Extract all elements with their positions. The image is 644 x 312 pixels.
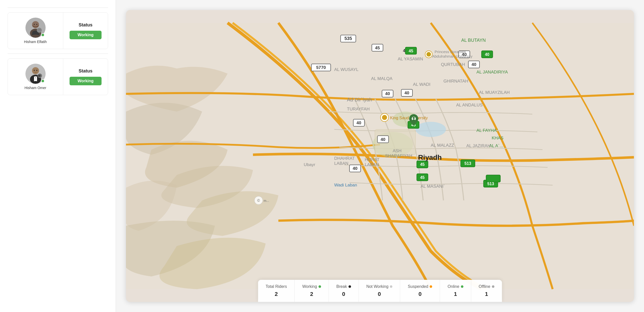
divider-top [8, 8, 108, 8]
svg-rect-12 [38, 75, 41, 77]
svg-text:45: 45 [409, 49, 413, 53]
svg-text:45: 45 [375, 45, 380, 50]
stat-label-not-working: Not Working [366, 284, 389, 289]
map-container[interactable]: 535 45 40 40 40 40 40 40 40 5770 40 45 4… [126, 10, 634, 302]
main-area: 535 45 40 40 40 40 40 40 40 5770 40 45 4… [116, 0, 644, 312]
avatar-wrapper-1 [25, 18, 46, 38]
svg-text:m...: m... [264, 199, 269, 203]
svg-text:40: 40 [381, 137, 385, 142]
svg-point-3 [34, 24, 35, 25]
svg-text:AL A`...: AL A`... [489, 143, 503, 148]
svg-point-14 [415, 122, 446, 137]
stat-header-not-working: Not Working [366, 284, 393, 289]
status-badge-1: Working [70, 31, 102, 39]
stat-dot-offline [492, 285, 494, 288]
stat-header-online: Online [448, 284, 463, 289]
svg-text:DHAHRAT: DHAHRAT [334, 156, 355, 161]
svg-text:AL BUTAYN: AL BUTAYN [461, 38, 486, 43]
stat-suspended: Suspended 0 [400, 280, 440, 302]
stat-value-suspended: 0 [418, 291, 422, 297]
svg-text:513: 513 [487, 181, 494, 186]
svg-text:AL WUSAYL: AL WUSAYL [334, 67, 359, 72]
divider-mid [8, 54, 108, 54]
avatar-wrapper-2 [25, 64, 46, 84]
stat-header-offline: Offline [479, 284, 494, 289]
sidebar: Hisham Elfatih Status Working [0, 0, 116, 312]
svg-text:AL MASANI`: AL MASANI` [421, 184, 445, 189]
svg-text:AL ANDALUS: AL ANDALUS [456, 102, 482, 107]
rider-name-2: Hisham Omer [24, 86, 46, 90]
avatar-status-dot-1 [41, 33, 45, 37]
stat-offline: Offline 1 [471, 280, 502, 302]
svg-text:Ad Dir`iyah: Ad Dir`iyah [347, 97, 372, 102]
stat-header-working: Working [302, 284, 321, 289]
rider-avatar-section-1: Hisham Elfatih [8, 13, 63, 49]
svg-point-89 [413, 117, 415, 119]
stat-not-working: Not Working 0 [359, 280, 400, 302]
stat-label-working: Working [302, 284, 317, 289]
svg-text:45: 45 [420, 175, 425, 180]
avatar-status-dot-2 [41, 79, 45, 83]
stats-bar: Total Riders 2 Working 2 Break 0 [258, 280, 502, 302]
stat-dot-suspended [430, 285, 432, 288]
stat-label-suspended: Suspended [408, 284, 428, 289]
rider-name-1: Hisham Elfatih [24, 40, 47, 44]
stat-dot-break [348, 285, 351, 288]
svg-text:King Saud University: King Saud University [390, 115, 428, 120]
svg-text:LABAN: LABAN [365, 162, 379, 167]
stat-dot-not-working [390, 285, 393, 288]
stat-value-break: 0 [342, 291, 345, 297]
stat-header-break: Break [336, 284, 351, 289]
rider-status-section-1: Status Working [63, 17, 108, 44]
stat-label-total: Total Riders [266, 284, 287, 289]
svg-text:AL WADI: AL WADI [413, 82, 430, 87]
svg-text:Wadi Laban: Wadi Laban [334, 182, 357, 187]
stat-online: Online 1 [440, 280, 471, 302]
svg-text:5770: 5770 [316, 65, 326, 70]
rider-avatar-section-2: Hisham Omer [8, 59, 63, 95]
svg-text:40: 40 [485, 52, 489, 57]
stat-header-total: Total Riders [266, 284, 287, 289]
stat-value-not-working: 0 [378, 291, 381, 297]
svg-text:40: 40 [471, 62, 476, 67]
svg-text:40: 40 [357, 120, 361, 125]
svg-text:SHARAFIYAH: SHARAFIYAH [385, 153, 412, 158]
stat-value-online: 1 [454, 291, 457, 297]
stat-value-total: 2 [275, 291, 278, 297]
svg-point-82 [382, 115, 387, 120]
svg-point-7 [32, 67, 39, 74]
svg-text:AL MALQA: AL MALQA [371, 76, 393, 81]
status-label-1: Status [79, 22, 92, 28]
svg-text:45: 45 [420, 162, 425, 167]
stat-label-online: Online [448, 284, 459, 289]
svg-text:GHIRNATAH: GHIRNATAH [443, 79, 468, 84]
stat-break: Break 0 [329, 280, 359, 302]
stat-label-break: Break [336, 284, 347, 289]
rider-card-1: Hisham Elfatih Status Working [8, 12, 108, 49]
svg-text:KHAS: KHAS [492, 135, 504, 140]
svg-text:QURTUBAH: QURTUBAH [441, 62, 465, 67]
stat-total-riders: Total Riders 2 [258, 280, 295, 302]
svg-text:Riyadh: Riyadh [418, 153, 442, 161]
stat-value-working: 2 [310, 291, 313, 297]
status-badge-2: Working [70, 77, 102, 85]
stat-value-offline: 1 [485, 291, 488, 297]
stat-label-offline: Offline [479, 284, 490, 289]
svg-text:ASH: ASH [393, 148, 401, 153]
svg-text:AL FAYHA`: AL FAYHA` [476, 128, 498, 133]
svg-text:Abdulrahman University: Abdulrahman University [432, 54, 473, 58]
svg-text:535: 535 [344, 36, 352, 41]
stat-dot-working [318, 285, 321, 288]
stat-header-suspended: Suspended [408, 284, 432, 289]
svg-text:©: © [257, 199, 260, 203]
svg-text:AL MUAYZILAH: AL MUAYZILAH [479, 90, 510, 95]
rider-card-2: Hisham Omer Status Working [8, 58, 108, 95]
svg-point-4 [36, 24, 37, 25]
svg-text:513: 513 [464, 161, 471, 166]
svg-point-85 [426, 52, 431, 57]
svg-text:HIJRAT: HIJRAT [365, 157, 380, 162]
svg-text:AL JANADIRIYA: AL JANADIRIYA [476, 69, 508, 74]
map-svg: 535 45 40 40 40 40 40 40 40 5770 40 45 4… [126, 10, 634, 302]
svg-point-90 [412, 119, 415, 121]
svg-text:40: 40 [385, 91, 390, 96]
